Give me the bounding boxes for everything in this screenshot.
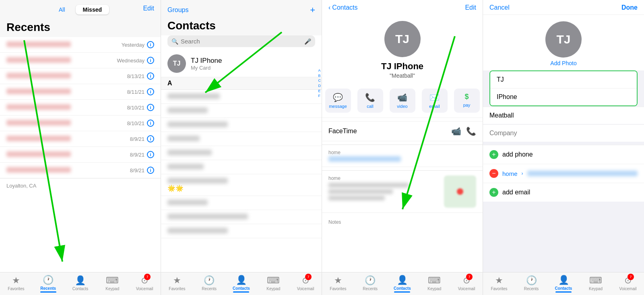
remove-home-icon[interactable]: − [489,169,498,178]
tab-voicemail-label: Voicemail [458,287,475,291]
tab-contacts[interactable]: 👤 Contacts [229,275,253,291]
tab-favorites[interactable]: ★ Favorites [4,275,28,291]
facetime-video-icon[interactable]: 📹 [451,126,461,136]
time-block: Yesterday i [122,41,154,48]
tab-voicemail[interactable]: ⊙ 7 Voicemail [132,275,157,291]
info-icon[interactable]: i [147,88,154,95]
list-item[interactable] [161,118,322,132]
tab-recents[interactable]: 🕐 Recents [36,275,60,291]
panel-recents: All Missed Edit Recents Yesterday i Wedn… [0,0,161,295]
list-item[interactable] [161,90,322,104]
list-item[interactable] [161,146,322,160]
my-card-row[interactable]: TJ TJ IPhone My Card [161,50,322,77]
info-icon[interactable]: i [147,41,154,48]
pay-button[interactable]: $ pay [454,89,480,113]
list-item[interactable]: 8/10/21 i [0,100,161,116]
info-icon[interactable]: i [147,120,154,127]
add-photo-button[interactable]: Add Photo [550,60,576,66]
list-item[interactable]: 8/9/21 i [0,163,161,178]
recents-edit-button[interactable]: Edit [143,5,154,12]
email-button[interactable]: ✉️ email [422,89,448,113]
tab-recents[interactable]: 🕐 Recents [519,275,543,291]
info-icon[interactable]: i [147,57,154,64]
company-input[interactable] [489,130,638,137]
facetime-phone-icon[interactable]: 📞 [466,126,476,136]
all-tab[interactable]: All [52,5,72,14]
groups-button[interactable]: Groups [167,6,188,14]
missed-tab[interactable]: Missed [76,5,109,14]
notes-section: Notes [322,216,483,228]
add-phone-row[interactable]: + add phone [483,145,644,164]
contacts-icon: 👤 [236,275,247,285]
tab-recents[interactable]: 🕐 Recents [358,275,382,291]
map-thumbnail[interactable] [444,175,476,208]
list-item[interactable] [161,196,322,210]
tab-bar: ★ Favorites 🕐 Recents 👤 Contacts ⌨ Keypa… [322,272,483,295]
info-icon[interactable]: i [147,151,154,158]
tab-contacts-label: Contacts [233,286,250,291]
list-item[interactable] [161,224,322,238]
first-name-input[interactable] [497,76,630,83]
address-line2-blurred [328,189,393,194]
info-icon[interactable]: i [147,104,154,111]
info-icon[interactable]: i [147,167,154,174]
nickname-input[interactable] [489,112,638,119]
tab-favorites[interactable]: ★ Favorites [165,275,189,291]
voicemail-icon: ⊙ 7 [463,275,470,286]
tab-keypad[interactable]: ⌨ Keypad [261,275,285,291]
contacts-icon: 👤 [558,275,569,285]
list-item[interactable]: Yesterday i [0,37,161,53]
time-block: 8/9/21 i [130,151,154,158]
section-header-a: A [161,77,322,90]
list-item[interactable]: 🌟🌟 [161,174,322,196]
add-contact-button[interactable]: + [310,5,315,15]
list-item[interactable] [161,132,322,146]
contacts-icon: 👤 [75,275,86,286]
cancel-button[interactable]: Cancel [489,4,510,11]
call-button[interactable]: 📞 call [357,89,383,113]
list-item[interactable]: 8/9/21 i [0,131,161,147]
back-button[interactable]: ‹ Contacts [328,4,357,11]
blurred-name [6,120,71,126]
panel-contact-detail: ‹ Contacts Edit TJ TJ IPhone "Meatball" … [322,0,483,295]
search-bar: 🔍 🎤 [167,35,315,47]
tab-recents[interactable]: 🕐 Recents [197,275,221,291]
video-button[interactable]: 📹 video [390,89,415,113]
list-item[interactable] [161,210,322,224]
mic-icon[interactable]: 🎤 [304,38,311,45]
tab-contacts[interactable]: 👤 Contacts [390,275,414,291]
keypad-icon: ⌨ [428,275,441,286]
list-item[interactable]: 8/9/21 i [0,147,161,163]
time-block: 8/10/21 i [127,120,154,127]
last-name-input[interactable] [497,93,630,101]
tab-voicemail[interactable]: ⊙ 7 Voicemail [454,275,479,291]
search-input[interactable] [181,38,302,45]
tab-contacts[interactable]: 👤 Contacts [551,275,576,291]
contact-name-block [6,73,127,80]
tab-contacts[interactable]: 👤 Contacts [68,275,92,291]
detail-edit-button[interactable]: Edit [465,4,476,11]
tab-keypad[interactable]: ⌨ Keypad [422,275,446,291]
tab-voicemail[interactable]: ⊙ 7 Voicemail [616,275,640,291]
info-icon[interactable]: i [147,72,154,80]
tab-favorites[interactable]: ★ Favorites [326,275,350,291]
tab-voicemail-label: Voicemail [136,287,153,291]
message-button[interactable]: 💬 message [325,89,351,113]
list-item[interactable]: Wednesday i [0,53,161,68]
tab-favorites[interactable]: ★ Favorites [487,275,511,291]
blurred-name [6,151,71,157]
list-item[interactable]: 8/11/21 i [0,84,161,100]
chevron-right-icon: › [522,171,523,176]
time-block: 8/13/21 i [127,72,154,80]
active-indicator [233,291,249,293]
done-button[interactable]: Done [621,4,638,11]
add-email-row[interactable]: + add email [483,183,644,202]
list-item[interactable]: 8/13/21 i [0,68,161,84]
list-item[interactable] [161,104,322,118]
tab-keypad[interactable]: ⌨ Keypad [100,275,124,291]
tab-keypad[interactable]: ⌨ Keypad [584,275,608,291]
tab-voicemail[interactable]: ⊙ 7 Voicemail [293,275,318,291]
list-item[interactable]: 8/10/21 i [0,116,161,131]
list-item[interactable] [161,160,322,174]
info-icon[interactable]: i [147,135,154,142]
